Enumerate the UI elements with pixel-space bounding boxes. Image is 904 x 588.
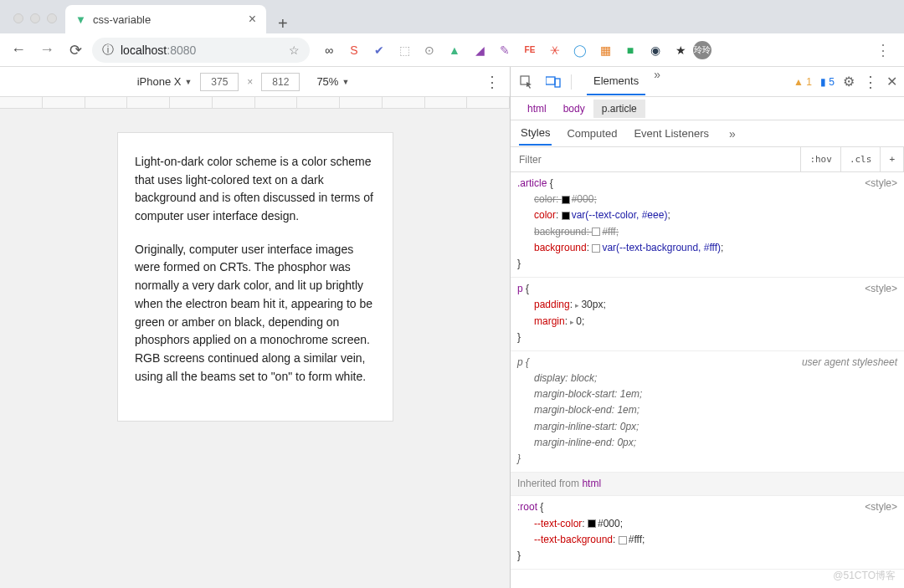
reload-button[interactable]: ⟳: [64, 38, 87, 62]
profile-avatar[interactable]: 玲玲: [693, 41, 711, 59]
tab-styles[interactable]: Styles: [519, 121, 552, 146]
ext-icon[interactable]: ■: [623, 43, 638, 58]
more-icon[interactable]: ⋮: [485, 73, 500, 91]
watermark: @51CTO博客: [833, 569, 896, 583]
expand-icon[interactable]: ▸: [575, 299, 579, 311]
url-host: localhost: [121, 43, 167, 57]
chevron-down-icon: ▼: [342, 78, 349, 86]
browser-tab[interactable]: ▼ css-variable ×: [65, 5, 266, 33]
css-rule[interactable]: <style> :root { --text-color: #000; --te…: [511, 496, 904, 570]
bookmark-icon[interactable]: ☆: [289, 43, 300, 57]
cls-button[interactable]: .cls: [841, 147, 881, 172]
device-toolbar: iPhone X ▼ × 75% ▼ ⋮: [0, 67, 510, 97]
info-icon[interactable]: ⓘ: [102, 43, 114, 58]
dimension-x: ×: [247, 76, 253, 88]
ext-icon[interactable]: ⊙: [422, 43, 437, 58]
ext-icon[interactable]: S: [347, 43, 362, 58]
css-rule-ua: user agent stylesheet p { display: block…: [511, 351, 904, 473]
article-paragraph: Light-on-dark color scheme is a color sc…: [135, 153, 376, 226]
article-paragraph: Originally, computer user interface imag…: [135, 241, 376, 386]
crumb-body[interactable]: body: [555, 100, 593, 118]
ext-icon[interactable]: ◉: [648, 43, 663, 58]
crumb-article[interactable]: p.article: [593, 100, 645, 118]
declaration[interactable]: margin: ▸0;: [517, 314, 897, 330]
zoom-select[interactable]: 75% ▼: [316, 75, 349, 88]
breadcrumb: html body p.article: [511, 97, 904, 120]
ext-icon[interactable]: ★: [673, 43, 688, 58]
declaration[interactable]: --text-color: #000;: [517, 516, 897, 532]
close-icon[interactable]: ✕: [886, 74, 897, 89]
declaration[interactable]: background: #fff;: [517, 224, 897, 240]
min-dot[interactable]: [30, 13, 40, 23]
inspect-icon[interactable]: [517, 73, 536, 91]
ext-icon[interactable]: ⬚: [397, 43, 412, 58]
more-tabs-icon[interactable]: »: [649, 68, 665, 95]
gear-icon[interactable]: ⚙: [843, 74, 855, 89]
article-preview[interactable]: Light-on-dark color scheme is a color sc…: [117, 132, 393, 422]
ext-icon[interactable]: ∞: [321, 43, 336, 58]
inherited-header: Inherited from html: [511, 473, 904, 496]
crumb-html[interactable]: html: [519, 100, 555, 118]
ext-icon[interactable]: ◢: [472, 43, 487, 58]
styles-pane: <style> .article { color: #000; color: v…: [511, 172, 904, 588]
declaration[interactable]: color: var(--text-color, #eee);: [517, 207, 897, 223]
browser-menu-icon[interactable]: ⋮: [869, 41, 897, 59]
color-swatch[interactable]: [562, 196, 570, 204]
selector[interactable]: .article: [517, 177, 547, 189]
close-dot[interactable]: [13, 13, 23, 23]
height-input[interactable]: [261, 73, 300, 91]
ext-icon[interactable]: FE: [522, 43, 537, 58]
declaration: margin-block-start: 1em;: [517, 386, 897, 402]
css-rule[interactable]: <style> p { padding: ▸30px; margin: ▸0; …: [511, 278, 904, 351]
close-icon[interactable]: ×: [249, 12, 256, 27]
url-input[interactable]: ⓘ localhost:8080 ☆: [92, 38, 310, 63]
color-swatch[interactable]: [592, 244, 600, 253]
zoom-value: 75%: [316, 75, 338, 88]
device-select[interactable]: iPhone X ▼: [137, 75, 193, 88]
device-viewport: Light-on-dark color scheme is a color sc…: [0, 97, 510, 588]
ext-icon[interactable]: ◯: [573, 43, 588, 58]
selector[interactable]: p: [517, 283, 523, 294]
tab-title: css-variable: [93, 13, 151, 26]
styles-tabs: Styles Computed Event Listeners »: [511, 120, 904, 147]
new-tab-button[interactable]: +: [266, 14, 300, 33]
declaration[interactable]: color: #000;: [517, 192, 897, 207]
declaration[interactable]: background: var(--text-background, #fff)…: [517, 240, 897, 256]
back-button[interactable]: ←: [7, 38, 30, 62]
ext-icon[interactable]: ✔: [372, 43, 387, 58]
tab-listeners[interactable]: Event Listeners: [632, 122, 711, 145]
styles-filter-row: :hov .cls +: [511, 147, 904, 172]
ext-icon[interactable]: ▦: [598, 43, 613, 58]
svg-rect-2: [555, 79, 560, 87]
tab-elements[interactable]: Elements: [587, 68, 645, 95]
expand-icon[interactable]: ▸: [570, 316, 574, 328]
color-swatch[interactable]: [562, 212, 570, 220]
hov-button[interactable]: :hov: [801, 147, 841, 172]
warnings-badge[interactable]: ▲ 1: [794, 76, 812, 88]
color-swatch[interactable]: [588, 519, 596, 528]
rule-source[interactable]: <style>: [865, 281, 897, 297]
css-rule[interactable]: <style> .article { color: #000; color: v…: [511, 172, 904, 278]
color-swatch[interactable]: [619, 536, 627, 545]
selector[interactable]: :root: [517, 501, 537, 513]
declaration[interactable]: padding: ▸30px;: [517, 297, 897, 313]
add-rule-button[interactable]: +: [881, 147, 904, 172]
ruler: [0, 97, 510, 109]
rule-source[interactable]: <style>: [865, 176, 897, 192]
filter-input[interactable]: [511, 154, 800, 166]
ext-icon[interactable]: ⚹: [547, 43, 562, 58]
more-tabs-icon[interactable]: »: [724, 127, 741, 141]
forward-button: →: [35, 38, 59, 62]
more-icon[interactable]: ⋮: [863, 73, 878, 91]
url-port: :8080: [167, 43, 196, 57]
declaration[interactable]: --text-background: #fff;: [517, 532, 897, 548]
rule-source[interactable]: <style>: [865, 499, 897, 515]
width-input[interactable]: [200, 73, 239, 91]
ext-icon[interactable]: ✎: [497, 43, 512, 58]
max-dot[interactable]: [47, 13, 57, 23]
info-badge[interactable]: ▮ 5: [820, 76, 835, 88]
color-swatch[interactable]: [592, 228, 600, 236]
ext-icon[interactable]: ▲: [447, 43, 462, 58]
device-toggle-icon[interactable]: [544, 73, 562, 91]
tab-computed[interactable]: Computed: [565, 122, 619, 145]
